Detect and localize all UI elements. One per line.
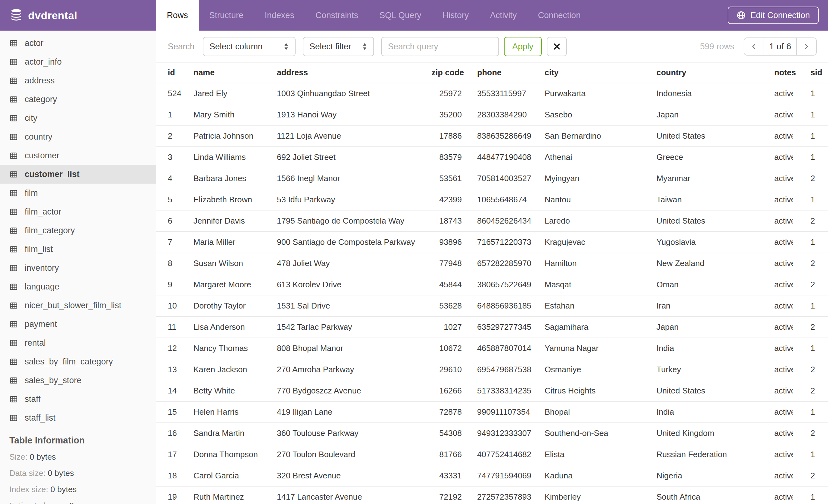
table-row[interactable]: 16Sandra Martin360 Toulouse Parkway54308… bbox=[156, 423, 828, 444]
sidebar-item-sales_by_store[interactable]: sales_by_store bbox=[0, 371, 156, 390]
sidebar-item-language[interactable]: language bbox=[0, 277, 156, 296]
table-grid-icon bbox=[9, 301, 18, 310]
tab-connection[interactable]: Connection bbox=[528, 0, 591, 31]
table-row[interactable]: 3Linda Williams692 Joliet Street83579448… bbox=[156, 147, 828, 168]
cell-city: Southend-on-Sea bbox=[545, 423, 657, 444]
tab-sql-query[interactable]: SQL Query bbox=[369, 0, 432, 31]
sidebar-item-customer[interactable]: customer bbox=[0, 146, 156, 165]
cell-sid: 1 bbox=[793, 295, 828, 317]
cell-name: Sandra Martin bbox=[194, 423, 277, 444]
sidebar-item-city[interactable]: city bbox=[0, 109, 156, 127]
cell-address: 1913 Hanoi Way bbox=[277, 104, 431, 126]
table-row[interactable]: 7Maria Miller900 Santiago de Compostela … bbox=[156, 232, 828, 253]
previous-page-button[interactable] bbox=[744, 38, 763, 55]
cell-phone: 635297277345 bbox=[462, 317, 545, 338]
filter-select[interactable]: Select filter bbox=[303, 37, 374, 56]
column-header-phone[interactable]: phone bbox=[462, 63, 545, 83]
column-header-notes[interactable]: notes bbox=[774, 63, 793, 83]
cell-id: 16 bbox=[156, 423, 194, 444]
table-row[interactable]: 5Elizabeth Brown53 Idfu Parkway423991065… bbox=[156, 189, 828, 211]
column-header-name[interactable]: name bbox=[194, 63, 277, 83]
table-row[interactable]: 2Patricia Johnson1121 Loja Avenue1788683… bbox=[156, 126, 828, 147]
table-row[interactable]: 17Donna Thompson270 Toulon Boulevard8176… bbox=[156, 444, 828, 465]
sidebar-item-nicer_but_slower_film_list[interactable]: nicer_but_slower_film_list bbox=[0, 296, 156, 315]
sidebar-item-country[interactable]: country bbox=[0, 127, 156, 146]
cell-notes: active bbox=[774, 104, 793, 126]
table-row[interactable]: 12Nancy Thomas808 Bhopal Manor1067246588… bbox=[156, 338, 828, 359]
cell-country: United States bbox=[657, 211, 774, 232]
tab-history[interactable]: History bbox=[432, 0, 479, 31]
column-header-zip[interactable]: zip code bbox=[431, 63, 462, 83]
tab-structure[interactable]: Structure bbox=[199, 0, 254, 31]
cell-city: Kaduna bbox=[545, 465, 657, 487]
sidebar-item-address[interactable]: address bbox=[0, 71, 156, 90]
column-header-address[interactable]: address bbox=[277, 63, 431, 83]
table-row[interactable]: 4Barbara Jones1566 Inegl Manor5356170581… bbox=[156, 168, 828, 189]
table-row[interactable]: 9Margaret Moore613 Korolev Drive45844380… bbox=[156, 274, 828, 295]
sidebar-item-staff_list[interactable]: staff_list bbox=[0, 408, 156, 427]
column-header-city[interactable]: city bbox=[545, 63, 657, 83]
cell-city: Citrus Heights bbox=[545, 380, 657, 402]
row-count: 599 rows bbox=[700, 42, 734, 51]
cell-notes: active bbox=[774, 211, 793, 232]
table-row[interactable]: 10Dorothy Taylor1531 Sal Drive5362864885… bbox=[156, 295, 828, 317]
apply-button[interactable]: Apply bbox=[504, 37, 542, 56]
cell-zip: 54308 bbox=[431, 423, 462, 444]
table-row[interactable]: 14Betty White770 Bydgoszcz Avenue1626651… bbox=[156, 380, 828, 402]
cell-country: Turkey bbox=[657, 359, 774, 380]
cell-id: 18 bbox=[156, 465, 194, 487]
cell-zip: 35200 bbox=[431, 104, 462, 126]
edit-connection-button[interactable]: Edit Connection bbox=[728, 7, 819, 24]
cell-notes: active bbox=[774, 83, 793, 104]
column-select[interactable]: Select column bbox=[203, 37, 296, 56]
cell-country: Japan bbox=[657, 317, 774, 338]
next-page-button[interactable] bbox=[797, 38, 816, 55]
tab-rows[interactable]: Rows bbox=[156, 0, 199, 31]
table-row[interactable]: 6Jennifer Davis1795 Santiago de Composte… bbox=[156, 211, 828, 232]
table-row[interactable]: 19Ruth Martinez1417 Lancaster Avenue7219… bbox=[156, 487, 828, 504]
main-panel: Search Select column Select filter Apply bbox=[156, 31, 828, 504]
column-header-country[interactable]: country bbox=[657, 63, 774, 83]
table-row[interactable]: 13Karen Jackson270 Amroha Parkway2961069… bbox=[156, 359, 828, 380]
sidebar-item-film_actor[interactable]: film_actor bbox=[0, 202, 156, 221]
sidebar-item-inventory[interactable]: inventory bbox=[0, 259, 156, 277]
sidebar-item-actor[interactable]: actor bbox=[0, 34, 156, 52]
clear-search-button[interactable] bbox=[547, 37, 567, 56]
sidebar-item-film_category[interactable]: film_category bbox=[0, 221, 156, 240]
cell-city: Hamilton bbox=[545, 253, 657, 274]
sidebar-item-film_list[interactable]: film_list bbox=[0, 240, 156, 259]
table-row[interactable]: 524Jared Ely1003 Qinhuangdao Street25972… bbox=[156, 83, 828, 104]
table-row[interactable]: 8Susan Wilson478 Joliet Way7794865728228… bbox=[156, 253, 828, 274]
table-row[interactable]: 11Lisa Anderson1542 Tarlac Parkway102763… bbox=[156, 317, 828, 338]
tab-activity[interactable]: Activity bbox=[479, 0, 528, 31]
cell-id: 3 bbox=[156, 147, 194, 168]
sidebar-item-sales_by_film_category[interactable]: sales_by_film_category bbox=[0, 352, 156, 371]
cell-phone: 517338314235 bbox=[462, 380, 545, 402]
column-header-id[interactable]: id bbox=[156, 63, 194, 83]
column-header-sid[interactable]: sid bbox=[793, 63, 828, 83]
cell-sid: 1 bbox=[793, 126, 828, 147]
sidebar-item-staff[interactable]: staff bbox=[0, 390, 156, 408]
table-row[interactable]: 1Mary Smith1913 Hanoi Way352002830338429… bbox=[156, 104, 828, 126]
search-query-input[interactable] bbox=[381, 37, 499, 56]
sidebar-item-customer_list[interactable]: customer_list bbox=[0, 165, 156, 184]
cell-address: 1003 Qinhuangdao Street bbox=[277, 83, 431, 104]
cell-phone: 657282285970 bbox=[462, 253, 545, 274]
tab-constraints[interactable]: Constraints bbox=[305, 0, 369, 31]
table-row[interactable]: 18Carol Garcia320 Brest Avenue4333174779… bbox=[156, 465, 828, 487]
sidebar-item-rental[interactable]: rental bbox=[0, 333, 156, 352]
table-row[interactable]: 15Helen Harris419 Iligan Lane72878990911… bbox=[156, 402, 828, 423]
sidebar-item-payment[interactable]: payment bbox=[0, 315, 156, 333]
sidebar-item-category[interactable]: category bbox=[0, 90, 156, 109]
tab-indexes[interactable]: Indexes bbox=[254, 0, 305, 31]
sidebar-item-actor_info[interactable]: actor_info bbox=[0, 52, 156, 71]
cell-city: Athenai bbox=[545, 147, 657, 168]
cell-notes: active bbox=[774, 423, 793, 444]
cell-zip: 53628 bbox=[431, 295, 462, 317]
cell-phone: 648856936185 bbox=[462, 295, 545, 317]
table-grid-icon bbox=[9, 414, 18, 422]
cell-sid: 1 bbox=[793, 189, 828, 211]
cell-notes: active bbox=[774, 253, 793, 274]
cell-notes: active bbox=[774, 465, 793, 487]
sidebar-item-film[interactable]: film bbox=[0, 184, 156, 202]
